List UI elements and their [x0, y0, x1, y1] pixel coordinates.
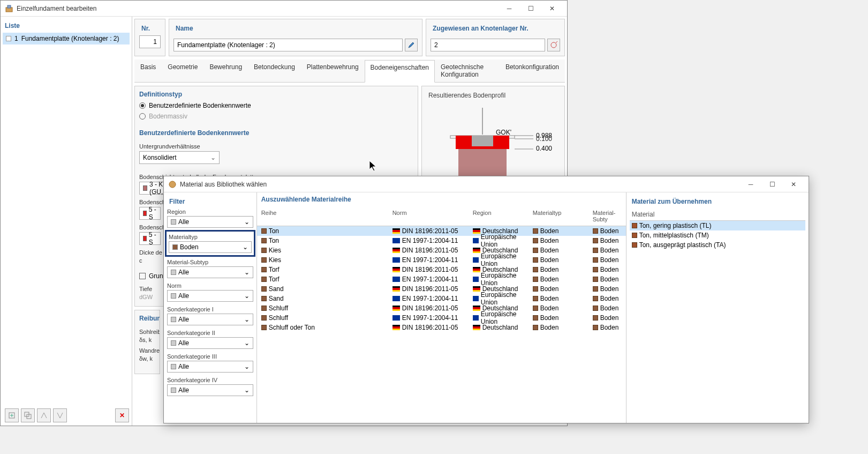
col-subtyp[interactable]: Material-Subty [588, 207, 626, 225]
tab-basis[interactable]: Basis [134, 59, 162, 82]
sk1-select[interactable]: Alle⌄ [167, 314, 253, 325]
table-row[interactable]: KiesEN 1997-1:2004-11Europäische UnionBo… [257, 255, 626, 265]
reibung-panel-partial: Reibungs Sohlreibu δs, k Wandreib δw, k [134, 310, 160, 374]
lib-maximize-button[interactable]: ☐ [761, 177, 783, 192]
assign-label: Zugewiesen an Knotenlager Nr. [431, 21, 560, 35]
table-row[interactable]: SandEN 1997-1:2004-11Europäische UnionBo… [257, 294, 626, 303]
tab-geometrie[interactable]: Geometrie [162, 59, 203, 82]
table-row[interactable]: SchluffDIN 18196:2011-05DeutschlandBoden… [257, 303, 626, 313]
assign-pick-button[interactable] [547, 39, 560, 51]
sk2-select[interactable]: Alle⌄ [167, 337, 253, 349]
bottom-toolbar [5, 408, 67, 422]
materialtyp-filter-select[interactable]: Boden⌄ [169, 241, 252, 253]
untergrund-select[interactable]: Konsolidiert⌄ [139, 151, 220, 164]
radio-bodenmassiv[interactable]: Bodenmassiv [139, 111, 413, 122]
tab-plattenbewehrung[interactable]: Plattenbewehrung [301, 59, 365, 82]
tab-geotechnische-konfiguration[interactable]: Geotechnische Konfiguration [435, 59, 500, 82]
svg-point-7 [551, 42, 556, 48]
close-button[interactable]: ✕ [541, 1, 563, 16]
bodenschicht3-select-partial[interactable]: 5 - S [139, 232, 161, 245]
radio-unchecked-icon [139, 113, 146, 120]
nr-label: Nr. [139, 21, 161, 35]
list-item[interactable]: 1 Fundamentplatte (Knotenlager : 2) [3, 33, 130, 44]
name-edit-button[interactable] [405, 39, 418, 51]
take-row[interactable]: Ton, mittelplastisch (TM) [630, 230, 805, 240]
left-list-panel: Liste 1 Fundamentplatte (Knotenlager : 2… [1, 17, 132, 426]
sk4-select[interactable]: Alle⌄ [167, 384, 253, 396]
nr-card: Nr. 1 [134, 19, 165, 56]
table-row[interactable]: KiesDIN 18196:2011-05DeutschlandBodenBod… [257, 245, 626, 255]
sk1-label: Sonderkategorie I [167, 306, 253, 312]
filter-panel: Filter Region Alle⌄ Materialtyp Boden⌄ M… [164, 192, 257, 423]
copy-item-button[interactable] [21, 408, 35, 422]
sk3-select[interactable]: Alle⌄ [167, 361, 253, 373]
materialtyp-filter-highlighted: Materialtyp Boden⌄ [165, 230, 255, 257]
lib-minimize-button[interactable]: ─ [740, 177, 761, 192]
take-panel: Material zum Übernehmen Material Ton, ge… [626, 192, 809, 423]
lib-icon [168, 180, 177, 189]
col-region[interactable]: Region [469, 207, 529, 225]
sk3-label: Sonderkategorie III [167, 353, 253, 360]
tab-bewehrung[interactable]: Bewehrung [203, 59, 248, 82]
tab-betonkonfiguration[interactable]: Betonkonfiguration [500, 59, 565, 82]
svg-text:0.100: 0.100 [536, 135, 552, 143]
list-item-swatch [6, 36, 11, 41]
tab-betondeckung[interactable]: Betondeckung [248, 59, 301, 82]
maximize-button[interactable]: ☐ [520, 1, 541, 16]
col-norm[interactable]: Norm [388, 207, 469, 225]
checkbox-icon [139, 273, 146, 279]
table-row[interactable]: TorfDIN 18196:2011-05DeutschlandBodenBod… [257, 265, 626, 274]
delete-button[interactable]: ✕ [115, 408, 129, 422]
sk4-label: Sonderkategorie IV [167, 377, 253, 383]
new-item-button[interactable] [5, 408, 19, 422]
profile-heading: Resultierendes Bodenprofil [426, 88, 560, 102]
svg-rect-1 [7, 5, 11, 8]
norm-filter-label: Norm [167, 282, 253, 289]
material-table-panel: Auszuwählende Materialreihe Reihe Norm R… [257, 192, 626, 423]
table-body: TonDIN 18196:2011-05DeutschlandBodenBode… [257, 226, 626, 423]
definitionstyp-heading: Definitionstyp [139, 88, 413, 100]
subtyp-filter-select[interactable]: Alle⌄ [167, 266, 253, 278]
window-title: Einzelfundament bearbeiten [17, 5, 499, 12]
tab-bar: BasisGeometrieBewehrungBetondeckungPlatt… [134, 59, 565, 83]
take-col-header[interactable]: Material [630, 209, 805, 221]
sk2-label: Sonderkategorie II [167, 330, 253, 336]
tool-button-4[interactable] [53, 408, 67, 422]
assign-input[interactable]: 2 [431, 39, 545, 51]
radio-checked-icon [139, 102, 146, 109]
lib-title: Material aus Bibliothek wählen [180, 181, 740, 188]
table-heading: Auszuwählende Materialreihe [257, 192, 626, 206]
bodenschicht2-select-partial[interactable]: 5 - S [139, 207, 161, 220]
region-filter-select[interactable]: Alle⌄ [167, 216, 253, 228]
take-row[interactable]: Ton, ausgeprägt plastisch (TA) [630, 240, 805, 250]
table-row[interactable]: SandDIN 18196:2011-05DeutschlandBodenBod… [257, 284, 626, 294]
col-materialtyp[interactable]: Materialtyp [529, 207, 588, 225]
table-row[interactable]: TorfEN 1997-1:2004-11Europäische UnionBo… [257, 274, 626, 284]
titlebar: Einzelfundament bearbeiten ─ ☐ ✕ [1, 1, 567, 17]
name-card: Name Fundamentplatte (Knotenlager : 2) [169, 19, 422, 56]
name-input[interactable]: Fundamentplatte (Knotenlager : 2) [173, 39, 403, 51]
take-heading: Material zum Übernehmen [630, 195, 805, 209]
table-header-row: Reihe Norm Region Materialtyp Material-S… [257, 206, 626, 226]
nr-input[interactable]: 1 [139, 35, 161, 48]
tool-button-3[interactable] [37, 408, 51, 422]
assign-card: Zugewiesen an Knotenlager Nr. 2 [426, 19, 565, 56]
filter-heading: Filter [167, 195, 253, 209]
radio-benutzerdefiniert[interactable]: Benutzerdefinierte Bodenkennwerte [139, 100, 413, 111]
list-item-text: Fundamentplatte (Knotenlager : 2) [21, 35, 119, 42]
minimize-button[interactable]: ─ [499, 1, 520, 16]
table-row[interactable]: SchluffEN 1997-1:2004-11Europäische Unio… [257, 313, 626, 323]
app-icon [5, 4, 13, 13]
take-row[interactable]: Ton, gering plastisch (TL) [630, 221, 805, 230]
lib-close-button[interactable]: ✕ [783, 177, 804, 192]
col-reihe[interactable]: Reihe [257, 207, 388, 225]
table-row[interactable]: TonEN 1997-1:2004-11Europäische UnionBod… [257, 236, 626, 245]
table-row[interactable]: Schluff oder TonDIN 18196:2011-05Deutsch… [257, 323, 626, 332]
list-heading: Liste [3, 19, 130, 33]
region-filter-label: Region [167, 209, 253, 215]
list-item-num: 1 [14, 35, 18, 42]
table-row[interactable]: TonDIN 18196:2011-05DeutschlandBodenBode… [257, 226, 626, 236]
lib-titlebar: Material aus Bibliothek wählen ─ ☐ ✕ [164, 176, 809, 192]
norm-filter-select[interactable]: Alle⌄ [167, 290, 253, 302]
tab-bodeneigenschaften[interactable]: Bodeneigenschaften [365, 60, 435, 83]
